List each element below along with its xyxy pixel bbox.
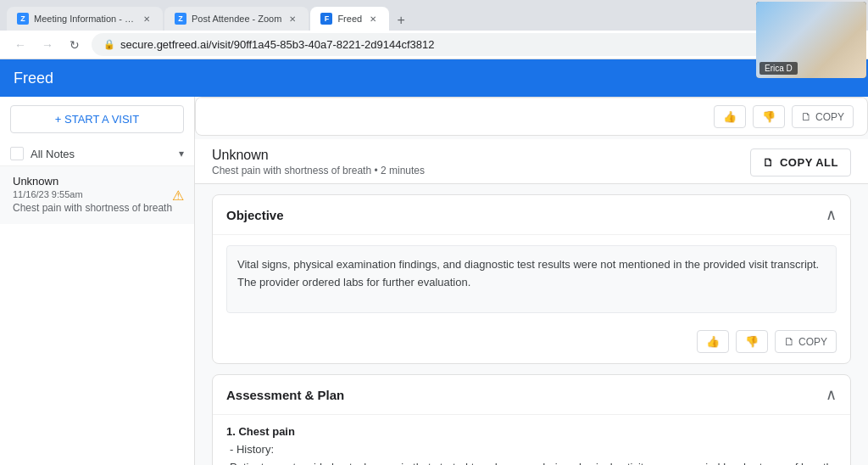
start-visit-button[interactable]: + START A VISIT [10,105,184,133]
assessment-plan-title: Assessment & Plan [226,388,344,402]
assessment-plan-header: Assessment & Plan ∧ [213,375,850,415]
objective-header: Objective ∧ [213,195,850,235]
copy-all-label: COPY ALL [780,156,838,169]
prev-section: 👍 👎 🗋 COPY [195,97,868,136]
content-header: Unknown Chest pain with shortness of bre… [195,139,868,184]
tab-label-zoom1: Meeting Information - Zoom [34,14,136,24]
prev-copy-button[interactable]: 🗋 COPY [792,105,854,128]
plan-item-number: 1. [226,425,238,438]
forward-button[interactable]: → [37,35,58,55]
url-text: secure.getfreed.ai/visit/90ff1a45-85b3-4… [120,38,435,51]
patient-name: Unknown [212,148,425,163]
prev-like-button[interactable]: 👍 [714,105,746,128]
objective-like-button[interactable]: 👍 [697,330,729,353]
plan-item-name: Chest pain [238,425,294,438]
app-brand: Freed [14,70,53,87]
objective-section: Objective ∧ Vital signs, physical examin… [212,194,851,364]
plan-item-1-history: - History: Patient reports mid-chest, sh… [230,441,837,465]
sidebar: + START A VISIT All Notes ▾ Unknown 11/1… [0,97,195,465]
thumbs-down-icon: 👎 [745,335,759,348]
tab-label-zoom2: Post Attendee - Zoom [192,14,281,24]
url-bar[interactable]: 🔒 secure.getfreed.ai/visit/90ff1a45-85b3… [92,33,858,56]
app-header: Freed [0,59,868,97]
objective-text[interactable]: Vital signs, physical examination findin… [226,245,837,313]
tab-close-zoom2[interactable]: ✕ [287,13,298,25]
plan-item-1: 1. Chest pain - History: Patient reports… [226,425,837,465]
thumbs-up-icon: 👍 [706,335,720,348]
objective-body: Vital signs, physical examination findin… [213,235,850,323]
copy-all-icon: 🗋 [763,156,775,169]
content-area: 👍 👎 🗋 COPY Unknown Chest pain with short… [195,97,868,465]
all-notes-label: All Notes [31,148,172,160]
main-layout: + START A VISIT All Notes ▾ Unknown 11/1… [0,97,868,465]
sections: Objective ∧ Vital signs, physical examin… [195,184,868,465]
tab-label-freed: Freed [337,14,362,24]
prev-section-actions: 👍 👎 🗋 COPY [196,98,867,135]
tab-freed[interactable]: F Freed ✕ [310,7,389,31]
url-secure-icon: 🔒 [103,39,115,50]
copy-all-button[interactable]: 🗋 COPY ALL [750,148,851,176]
patient-description: Chest pain with shortness of breath • 2 … [212,165,425,176]
thumbs-down-icon: 👎 [762,110,776,123]
all-notes-checkbox[interactable] [10,147,24,160]
history-label: - History: [230,441,837,459]
browser-chrome: Z Meeting Information - Zoom ✕ Z Post At… [0,0,868,31]
objective-copy-label: COPY [798,336,827,348]
thumbs-up-icon: 👍 [723,110,737,123]
tab-close-freed[interactable]: ✕ [367,13,379,25]
tab-zoom2[interactable]: Z Post Attendee - Zoom ✕ [164,7,309,31]
webcam-overlay: Erica D [756,2,866,78]
assessment-plan-collapse-button[interactable]: ∧ [826,385,837,404]
new-tab-button[interactable]: + [391,10,411,31]
zoom-favicon-1: Z [17,13,29,25]
objective-actions: 👍 👎 🗋 COPY [213,323,850,363]
note-title: Unknown [13,175,184,188]
webcam-label: Erica D [760,62,798,75]
webcam-video: Erica D [756,2,866,78]
warning-icon: ⚠ [172,187,184,203]
tab-bar: Z Meeting Information - Zoom ✕ Z Post At… [7,0,861,31]
back-button[interactable]: ← [10,35,31,55]
history-text: Patient reports mid-chest, sharp pain th… [230,459,837,465]
note-description: Chest pain with shortness of breath [13,201,184,216]
prev-dislike-button[interactable]: 👎 [753,105,785,128]
objective-copy-button[interactable]: 🗋 COPY [775,330,837,353]
copy-icon: 🗋 [801,110,812,123]
app-container: Freed + START A VISIT All Notes ▾ Unknow… [0,59,868,465]
tab-zoom1[interactable]: Z Meeting Information - Zoom ✕ [7,7,163,31]
prev-copy-label: COPY [815,111,844,123]
note-date: 11/16/23 9:55am [13,189,184,199]
assessment-plan-section: Assessment & Plan ∧ 1. Chest pain - Hist… [212,374,851,465]
copy-icon: 🗋 [784,335,795,348]
chevron-down-icon: ▾ [179,148,184,160]
refresh-button[interactable]: ↻ [64,35,85,55]
zoom-favicon-2: Z [175,13,186,25]
objective-dislike-button[interactable]: 👎 [736,330,768,353]
assessment-plan-body: 1. Chest pain - History: Patient reports… [213,415,850,465]
address-bar: ← → ↻ 🔒 secure.getfreed.ai/visit/90ff1a4… [0,31,868,59]
plan-item-1-title: 1. Chest pain [226,425,837,438]
objective-collapse-button[interactable]: ∧ [826,205,837,224]
patient-info: Unknown Chest pain with shortness of bre… [212,148,425,176]
note-item[interactable]: Unknown 11/16/23 9:55am Chest pain with … [0,166,194,224]
freed-favicon: F [320,13,332,25]
tab-close-zoom1[interactable]: ✕ [141,13,153,25]
objective-title: Objective [226,208,284,222]
all-notes-row[interactable]: All Notes ▾ [0,142,194,166]
